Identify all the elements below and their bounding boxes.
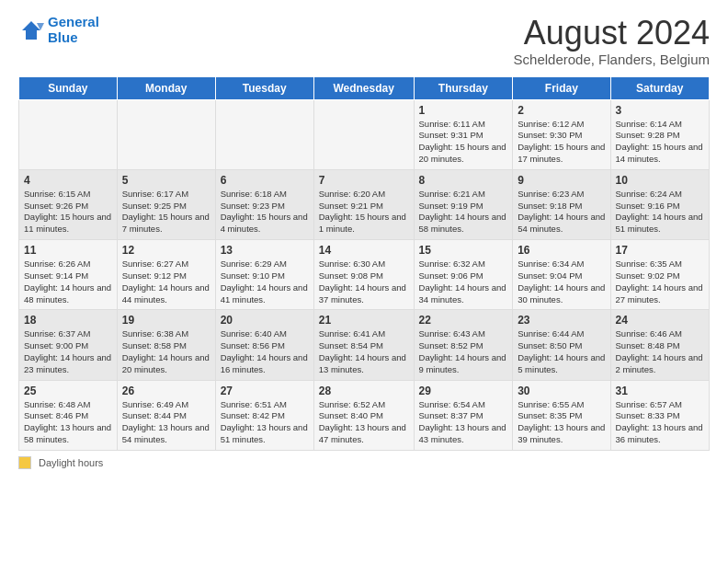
day-number: 12 [122,244,210,257]
day-info: Sunrise: 6:38 AM Sunset: 8:58 PM Dayligh… [122,328,210,375]
day-cell: 25Sunrise: 6:48 AM Sunset: 8:46 PM Dayli… [19,380,118,450]
day-cell: 28Sunrise: 6:52 AM Sunset: 8:40 PM Dayli… [313,380,414,450]
day-cell: 10Sunrise: 6:24 AM Sunset: 9:16 PM Dayli… [610,169,709,239]
day-cell: 11Sunrise: 6:26 AM Sunset: 9:14 PM Dayli… [19,240,118,310]
day-number: 14 [319,244,409,257]
day-info: Sunrise: 6:43 AM Sunset: 8:52 PM Dayligh… [419,328,508,375]
day-info: Sunrise: 6:40 AM Sunset: 8:56 PM Dayligh… [221,328,309,375]
day-cell: 13Sunrise: 6:29 AM Sunset: 9:10 PM Dayli… [215,240,313,310]
week-row-1: 1Sunrise: 6:11 AM Sunset: 9:31 PM Daylig… [19,99,710,169]
day-number: 7 [319,174,409,187]
day-info: Sunrise: 6:52 AM Sunset: 8:40 PM Dayligh… [319,399,409,446]
day-info: Sunrise: 6:21 AM Sunset: 9:19 PM Dayligh… [419,189,508,236]
day-number: 31 [616,385,704,397]
day-info: Sunrise: 6:41 AM Sunset: 8:54 PM Dayligh… [319,328,409,375]
day-number: 20 [221,314,309,327]
day-info: Sunrise: 6:14 AM Sunset: 9:28 PM Dayligh… [616,119,704,166]
day-number: 4 [24,174,112,187]
subtitle: Schelderode, Flanders, Belgium [514,52,710,67]
day-info: Sunrise: 6:48 AM Sunset: 8:46 PM Dayligh… [24,399,112,446]
day-cell [117,99,215,169]
day-cell: 14Sunrise: 6:30 AM Sunset: 9:08 PM Dayli… [313,240,414,310]
day-cell: 3Sunrise: 6:14 AM Sunset: 9:28 PM Daylig… [610,99,709,169]
day-info: Sunrise: 6:46 AM Sunset: 8:48 PM Dayligh… [616,328,704,375]
legend-text: Daylight hours [39,457,103,468]
day-cell: 27Sunrise: 6:51 AM Sunset: 8:42 PM Dayli… [215,380,313,450]
day-cell: 16Sunrise: 6:34 AM Sunset: 9:04 PM Dayli… [513,240,610,310]
header-cell-tuesday: Tuesday [215,76,313,99]
day-number: 17 [616,244,704,257]
week-row-2: 4Sunrise: 6:15 AM Sunset: 9:26 PM Daylig… [19,169,710,239]
main-title: August 2024 [514,15,710,52]
day-number: 27 [221,385,309,397]
day-number: 25 [24,385,112,397]
day-info: Sunrise: 6:34 AM Sunset: 9:04 PM Dayligh… [518,259,605,305]
week-row-3: 11Sunrise: 6:26 AM Sunset: 9:14 PM Dayli… [19,240,710,310]
day-info: Sunrise: 6:44 AM Sunset: 8:50 PM Dayligh… [518,328,605,375]
page: General Blue August 2024 Schelderode, Fl… [0,0,728,478]
day-info: Sunrise: 6:23 AM Sunset: 9:18 PM Dayligh… [518,189,605,236]
day-number: 28 [319,385,409,397]
header: General Blue August 2024 Schelderode, Fl… [18,15,710,67]
day-info: Sunrise: 6:26 AM Sunset: 9:14 PM Dayligh… [24,259,112,305]
day-cell: 31Sunrise: 6:57 AM Sunset: 8:33 PM Dayli… [610,380,709,450]
day-cell: 24Sunrise: 6:46 AM Sunset: 8:48 PM Dayli… [610,310,709,380]
day-info: Sunrise: 6:17 AM Sunset: 9:25 PM Dayligh… [122,189,210,236]
day-info: Sunrise: 6:12 AM Sunset: 9:30 PM Dayligh… [518,119,605,166]
header-cell-friday: Friday [513,76,610,99]
day-number: 30 [518,385,605,397]
day-info: Sunrise: 6:49 AM Sunset: 8:44 PM Dayligh… [122,399,210,446]
header-row: SundayMondayTuesdayWednesdayThursdayFrid… [19,76,710,99]
day-info: Sunrise: 6:35 AM Sunset: 9:02 PM Dayligh… [616,259,704,305]
day-cell: 6Sunrise: 6:18 AM Sunset: 9:23 PM Daylig… [215,169,313,239]
day-info: Sunrise: 6:57 AM Sunset: 8:33 PM Dayligh… [616,399,704,446]
day-info: Sunrise: 6:37 AM Sunset: 9:00 PM Dayligh… [24,328,112,375]
footer: Daylight hours [18,456,710,469]
day-cell: 15Sunrise: 6:32 AM Sunset: 9:06 PM Dayli… [414,240,513,310]
day-info: Sunrise: 6:15 AM Sunset: 9:26 PM Dayligh… [24,189,112,236]
day-cell: 9Sunrise: 6:23 AM Sunset: 9:18 PM Daylig… [513,169,610,239]
day-number: 2 [518,104,605,117]
week-row-4: 18Sunrise: 6:37 AM Sunset: 9:00 PM Dayli… [19,310,710,380]
day-number: 26 [122,385,210,397]
day-info: Sunrise: 6:20 AM Sunset: 9:21 PM Dayligh… [319,189,409,236]
header-cell-monday: Monday [117,76,215,99]
day-number: 8 [419,174,508,187]
calendar-table: SundayMondayTuesdayWednesdayThursdayFrid… [18,76,710,451]
day-cell: 7Sunrise: 6:20 AM Sunset: 9:21 PM Daylig… [313,169,414,239]
day-number: 15 [419,244,508,257]
day-number: 19 [122,314,210,327]
day-number: 18 [24,314,112,327]
day-info: Sunrise: 6:29 AM Sunset: 9:10 PM Dayligh… [221,259,309,305]
day-cell [313,99,414,169]
day-number: 23 [518,314,605,327]
day-number: 29 [419,385,508,397]
day-info: Sunrise: 6:51 AM Sunset: 8:42 PM Dayligh… [221,399,309,446]
day-info: Sunrise: 6:55 AM Sunset: 8:35 PM Dayligh… [518,399,605,446]
header-cell-saturday: Saturday [610,76,709,99]
day-cell: 12Sunrise: 6:27 AM Sunset: 9:12 PM Dayli… [117,240,215,310]
day-cell: 5Sunrise: 6:17 AM Sunset: 9:25 PM Daylig… [117,169,215,239]
day-info: Sunrise: 6:11 AM Sunset: 9:31 PM Dayligh… [419,119,508,166]
day-cell: 20Sunrise: 6:40 AM Sunset: 8:56 PM Dayli… [215,310,313,380]
day-cell [215,99,313,169]
day-cell: 29Sunrise: 6:54 AM Sunset: 8:37 PM Dayli… [414,380,513,450]
day-cell: 8Sunrise: 6:21 AM Sunset: 9:19 PM Daylig… [414,169,513,239]
header-cell-sunday: Sunday [19,76,118,99]
header-cell-thursday: Thursday [414,76,513,99]
day-cell: 21Sunrise: 6:41 AM Sunset: 8:54 PM Dayli… [313,310,414,380]
day-number: 9 [518,174,605,187]
day-number: 13 [221,244,309,257]
day-cell: 23Sunrise: 6:44 AM Sunset: 8:50 PM Dayli… [513,310,610,380]
logo: General Blue [18,15,99,45]
logo-text: General Blue [48,15,99,45]
day-number: 6 [221,174,309,187]
day-cell: 4Sunrise: 6:15 AM Sunset: 9:26 PM Daylig… [19,169,118,239]
day-cell: 22Sunrise: 6:43 AM Sunset: 8:52 PM Dayli… [414,310,513,380]
day-number: 1 [419,104,508,117]
header-cell-wednesday: Wednesday [313,76,414,99]
legend-box [18,456,31,469]
day-number: 10 [616,174,704,187]
day-cell [19,99,118,169]
day-info: Sunrise: 6:24 AM Sunset: 9:16 PM Dayligh… [616,189,704,236]
